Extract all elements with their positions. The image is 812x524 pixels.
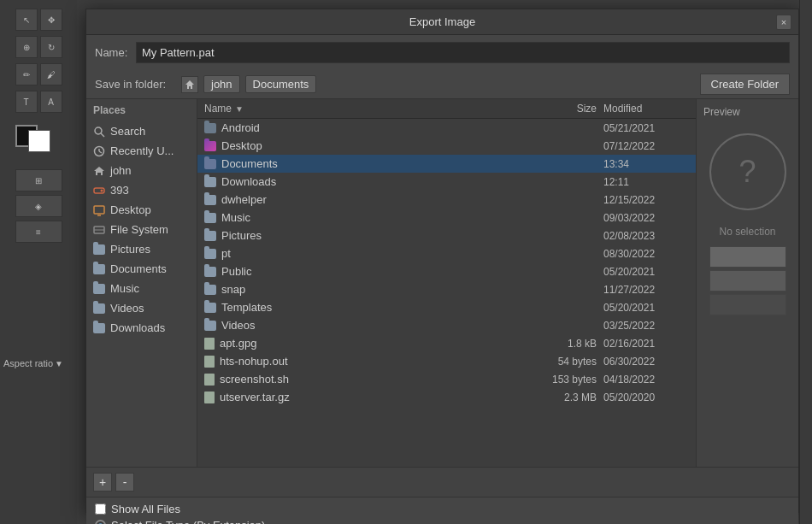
- name-label: Name:: [95, 46, 129, 59]
- table-row[interactable]: hts-nohup.out 54 bytes 06/30/2022: [197, 352, 696, 370]
- svg-line-5: [99, 151, 102, 153]
- table-row[interactable]: snap 11/27/2022: [197, 280, 696, 298]
- sort-arrow: ▼: [235, 104, 244, 114]
- bottom-options: Show All Files Select File Type (By Exte…: [86, 497, 798, 524]
- tool-extra2[interactable]: ◈: [15, 195, 62, 217]
- home-small-icon: [93, 165, 105, 177]
- tool-zoom[interactable]: ⊕: [15, 36, 38, 58]
- tool-select2[interactable]: A: [40, 91, 62, 113]
- title-bar: Export Image ×: [86, 9, 798, 35]
- table-row[interactable]: Pictures 02/08/2023: [197, 227, 696, 244]
- question-mark-icon: ?: [738, 154, 756, 190]
- preview-thumb-2: [709, 270, 786, 291]
- downloads-folder-icon: [93, 323, 105, 333]
- home-icon: [185, 79, 195, 90]
- folder-icon: [204, 213, 216, 223]
- bg-color[interactable]: [28, 130, 50, 152]
- folder-icon: [204, 159, 216, 169]
- pictures-folder-icon: [93, 244, 105, 255]
- dialog-overlay: Export Image × Name: Save in folder: joh…: [77, 0, 812, 524]
- table-row[interactable]: Videos 03/25/2022: [197, 316, 696, 334]
- sidebar-item-label-documents: Documents: [110, 262, 167, 275]
- close-button[interactable]: ×: [776, 15, 791, 30]
- column-size[interactable]: Size: [535, 103, 603, 115]
- home-icon-btn[interactable]: [181, 76, 198, 93]
- sidebar-item-recently[interactable]: Recently U...: [86, 141, 197, 161]
- tool-select[interactable]: ↖: [15, 9, 38, 31]
- table-row[interactable]: pt 08/30/2022: [197, 244, 696, 262]
- table-row[interactable]: Downloads 12:11: [197, 173, 696, 191]
- table-row[interactable]: Android 05/21/2021: [197, 119, 696, 137]
- sidebar-item-desktop[interactable]: Desktop: [86, 200, 197, 220]
- preview-thumb-3: [709, 294, 786, 315]
- sidebar-item-john[interactable]: john: [86, 161, 197, 180]
- tool-paint[interactable]: 🖌: [40, 63, 62, 85]
- sidebar-item-search[interactable]: Search: [86, 121, 197, 141]
- sidebar-item-documents[interactable]: Documents: [86, 259, 197, 279]
- tool-extra1[interactable]: ⊞: [15, 169, 62, 191]
- filename-input[interactable]: [136, 42, 790, 63]
- dialog-title: Export Image: [409, 15, 475, 28]
- select-file-type-radio[interactable]: [95, 520, 106, 524]
- select-file-type-row: Select File Type (By Extension): [95, 519, 790, 524]
- sidebar-item-label-filesystem: File System: [110, 223, 168, 236]
- table-row[interactable]: screenshot.sh 153 bytes 04/18/2022: [197, 370, 696, 388]
- sidebar-item-videos[interactable]: Videos: [86, 298, 197, 318]
- tool-move[interactable]: ✥: [40, 9, 62, 31]
- svg-marker-6: [94, 167, 104, 175]
- table-row[interactable]: Documents 13:34: [197, 155, 696, 173]
- preview-placeholder: ?: [709, 133, 786, 210]
- create-folder-button[interactable]: Create Folder: [700, 74, 790, 95]
- breadcrumb-documents[interactable]: Documents: [245, 75, 317, 93]
- table-row[interactable]: Templates 05/20/2021: [197, 298, 696, 316]
- add-place-button[interactable]: +: [93, 473, 112, 492]
- preview-panel: Preview ? No selection: [696, 99, 798, 467]
- file-list-body: Android 05/21/2021 Desktop 07/12/2022 Do…: [197, 119, 696, 467]
- sidebar-item-downloads[interactable]: Downloads: [86, 318, 197, 338]
- remove-place-button[interactable]: -: [115, 473, 134, 492]
- sidebar-item-filesystem[interactable]: File System: [86, 220, 197, 239]
- svg-marker-0: [185, 80, 194, 89]
- show-all-files-checkbox[interactable]: [95, 503, 106, 515]
- tool-text[interactable]: T: [15, 91, 38, 113]
- file-icon: [204, 374, 215, 386]
- preview-thumbnails: [709, 246, 786, 315]
- sidebar-item-music[interactable]: Music: [86, 279, 197, 298]
- breadcrumb-john[interactable]: john: [203, 75, 240, 93]
- sidebar-item-label-393: 393: [110, 184, 129, 197]
- folder-icon: [204, 303, 216, 313]
- hdd-icon: [93, 224, 105, 236]
- sidebar-item-label-music: Music: [110, 282, 139, 295]
- table-row[interactable]: Desktop 07/12/2022: [197, 137, 696, 155]
- table-row[interactable]: apt.gpg 1.8 kB 02/16/2021: [197, 334, 696, 352]
- tool-extra3[interactable]: ≡: [15, 221, 62, 243]
- file-list-header: Name ▼ Size Modified: [197, 99, 696, 119]
- sidebar-item-label-downloads: Downloads: [110, 321, 165, 334]
- table-row[interactable]: dwhelper 12/15/2022: [197, 191, 696, 209]
- aspect-ratio-arrow[interactable]: ▼: [55, 359, 63, 368]
- table-row[interactable]: utserver.tar.gz 2.3 MB 05/20/2020: [197, 388, 696, 406]
- table-row[interactable]: Music 09/03/2022: [197, 209, 696, 227]
- show-all-files-row: Show All Files: [95, 503, 790, 515]
- videos-folder-icon: [93, 303, 105, 314]
- tool-pen[interactable]: ✏: [15, 63, 38, 85]
- content-area: Places Search Recently U... john 393: [86, 99, 798, 467]
- sidebar-item-393[interactable]: 393: [86, 180, 197, 200]
- svg-line-2: [101, 133, 104, 137]
- sidebar-item-pictures[interactable]: Pictures: [86, 239, 197, 259]
- save-in-folder-label: Save in folder:: [95, 78, 176, 91]
- select-file-type-label: Select File Type (By Extension): [111, 519, 265, 524]
- column-modified[interactable]: Modified: [603, 103, 689, 115]
- music-folder-icon: [93, 284, 105, 294]
- right-panel: [799, 0, 812, 524]
- sidebar-item-label-desktop: Desktop: [110, 203, 151, 216]
- tool-rotate[interactable]: ↻: [40, 36, 62, 58]
- svg-rect-9: [94, 206, 104, 214]
- preview-label: Preview: [703, 106, 740, 118]
- svg-point-8: [101, 189, 103, 191]
- toolbar-row-1: ↖ ✥: [15, 9, 62, 31]
- column-name[interactable]: Name ▼: [204, 103, 535, 115]
- toolbar-row-4: T A: [15, 91, 62, 113]
- places-panel: Places Search Recently U... john 393: [86, 99, 197, 467]
- table-row[interactable]: Public 05/20/2021: [197, 262, 696, 280]
